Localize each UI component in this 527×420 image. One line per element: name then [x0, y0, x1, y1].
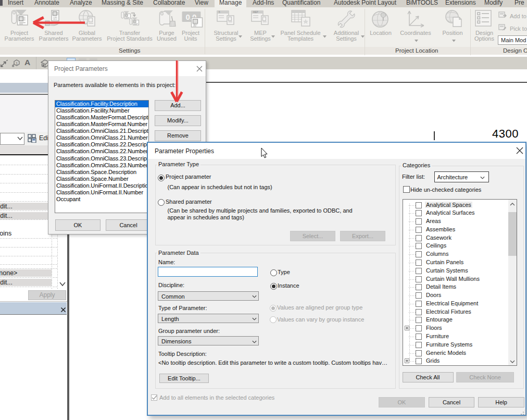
- svg-text:1: 1: [16, 61, 18, 66]
- svg-text:MEP: MEP: [253, 11, 258, 14]
